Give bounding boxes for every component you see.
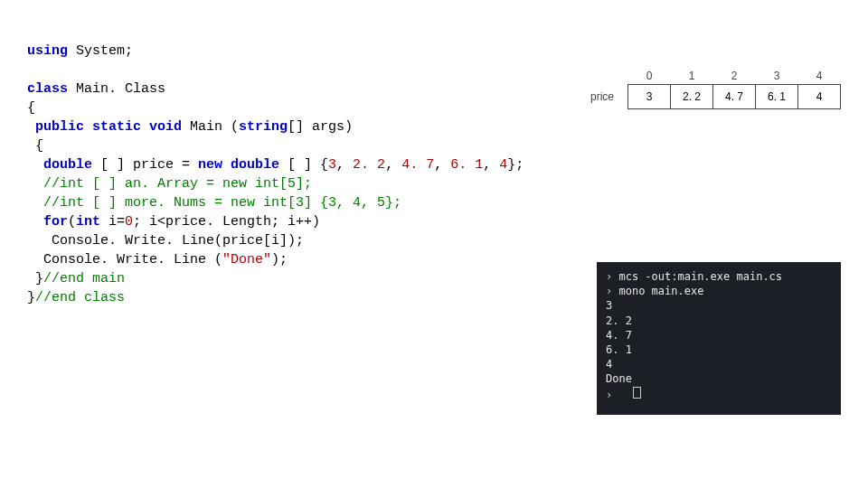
index-cell: 3	[756, 69, 798, 85]
kw-using: using	[27, 43, 68, 59]
value-cell: 2. 2	[671, 85, 713, 109]
term-line: mono main.exe	[618, 285, 703, 297]
term-line: 3	[606, 299, 612, 312]
term-line: Done	[606, 372, 632, 385]
kw-string: string	[239, 119, 288, 135]
index-cell: 2	[713, 69, 756, 85]
code-text: };	[507, 157, 524, 173]
kw-new-double: new double	[198, 157, 279, 173]
prompt-icon: ›	[606, 389, 618, 401]
term-line: 6. 1	[606, 343, 632, 356]
array-label: price	[581, 85, 628, 109]
code-text: Console. Write. Line (	[27, 252, 222, 267]
kw-int: int	[76, 214, 100, 230]
comment: //end class	[35, 290, 125, 305]
code-text: [] args)	[288, 119, 353, 135]
value-cell: 3	[628, 85, 671, 109]
comment: //int [ ] an. Array = new int[5];	[27, 176, 312, 192]
comment: //int [ ] more. Nums = new int[3] {3, 4,…	[27, 195, 401, 211]
term-line: mcs -out:main.exe main.cs	[618, 270, 782, 283]
code-text: {	[27, 100, 35, 116]
code-text: Main. Class	[68, 81, 165, 97]
kw-double: double	[27, 157, 92, 173]
code-text: }	[27, 271, 43, 286]
code-text: i=	[100, 214, 125, 230]
index-cell: 4	[798, 69, 841, 85]
kw-for: for	[27, 214, 68, 230]
code-text: ,	[385, 157, 401, 173]
num-literal: 4. 7	[401, 157, 434, 173]
kw-class: class	[27, 81, 68, 97]
code-text: System;	[68, 43, 133, 59]
code-text: }	[27, 290, 35, 305]
prompt-icon: ›	[606, 270, 618, 283]
cursor-icon	[633, 387, 641, 399]
str-literal: "Done"	[222, 252, 271, 267]
code-text: (	[68, 214, 76, 230]
value-cell: 6. 1	[756, 85, 798, 109]
kw-public-static-void: public static void	[27, 119, 182, 135]
code-text: );	[271, 252, 288, 267]
code-text: ,	[434, 157, 450, 173]
term-line: 4	[606, 358, 612, 371]
code-text: Console. Write. Line(price[i]);	[27, 233, 304, 249]
terminal-output: › mcs -out:main.exe main.cs › mono main.…	[597, 262, 841, 415]
term-line: 4. 7	[606, 329, 632, 342]
index-cell: 0	[628, 69, 671, 85]
term-line: 2. 2	[606, 314, 632, 327]
code-text: Main (	[182, 119, 239, 135]
code-text: [ ] {	[279, 157, 328, 173]
value-cell: 4	[798, 85, 841, 109]
num-literal: 6. 1	[450, 157, 483, 173]
prompt-icon: ›	[606, 285, 618, 297]
num-literal: 0	[125, 214, 133, 230]
num-literal: 3	[328, 157, 336, 173]
code-text: ; i<price. Length; i++)	[133, 214, 320, 230]
code-text: ,	[336, 157, 353, 173]
num-literal: 4	[499, 157, 507, 173]
code-text: ,	[483, 157, 499, 173]
value-cell: 4. 7	[713, 85, 756, 109]
code-text: [ ] price =	[92, 157, 198, 173]
num-literal: 2. 2	[353, 157, 385, 173]
comment: //end main	[43, 271, 125, 286]
code-text: {	[27, 138, 43, 154]
index-cell: 1	[671, 69, 713, 85]
array-diagram: 0 1 2 3 4 price 3 2. 2 4. 7 6. 1 4	[581, 69, 841, 109]
